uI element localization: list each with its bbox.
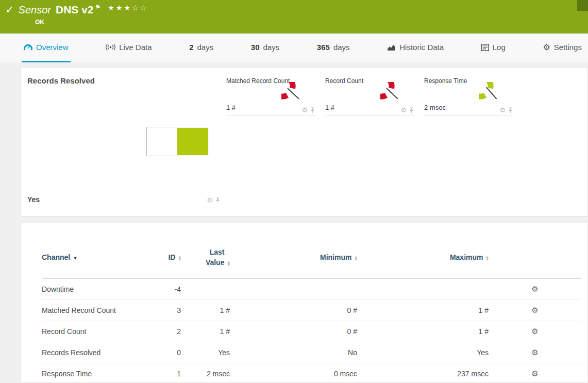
col-header-maximum[interactable]: Maximum▴▾ <box>357 239 489 278</box>
channel-maximum <box>357 278 489 299</box>
col-label-last-value: Last Value <box>197 247 224 268</box>
channel-id: 3 <box>150 299 181 321</box>
corner-marker <box>577 0 588 11</box>
pin-icon[interactable] <box>215 197 220 204</box>
tab-bar: Overview Live Data 2 days 30 days 365 da… <box>0 34 588 62</box>
pin-icon[interactable] <box>310 107 315 113</box>
primary-channel-title: Records Resolved <box>27 76 95 85</box>
channel-minimum: 0 # <box>230 299 357 321</box>
tab-log[interactable]: Log <box>479 34 508 62</box>
flag-icon: ⚑ <box>95 4 101 11</box>
chart-icon <box>387 44 396 51</box>
tab-strong-label: 2 <box>189 43 193 52</box>
gauge-card: Response Time 2 msec ⚙ <box>424 77 513 116</box>
channels-table-body: Downtime -4 ⚙ Matched Record Count 3 1 #… <box>42 278 581 383</box>
col-label-id: ID <box>168 253 175 261</box>
col-label-channel: Channel <box>42 253 70 261</box>
gear-icon[interactable]: ⚙ <box>301 107 308 113</box>
pin-icon[interactable] <box>409 107 414 113</box>
channel-name[interactable]: Records Resolved <box>42 342 150 363</box>
channel-name[interactable]: Response Time <box>42 363 150 383</box>
tab-strong-label: 365 <box>317 43 330 52</box>
tab-label: days <box>263 43 280 52</box>
overview-panel: Records Resolved Yes ⚙ Matched Record Co… <box>21 67 588 217</box>
channel-minimum: 0 # <box>230 321 357 342</box>
tab-strong-label: 30 <box>251 43 260 52</box>
live-icon <box>106 43 115 51</box>
gear-icon[interactable]: ⚙ <box>531 306 538 314</box>
sort-icon[interactable]: ▴▾ <box>178 256 181 261</box>
channel-maximum: 1 # <box>357 321 489 342</box>
channel-maximum: 237 msec <box>357 363 489 383</box>
sensor-header: ✓ Sensor DNS v2 ⚑ ★★★☆☆ OK <box>0 0 588 34</box>
col-header-id[interactable]: ID▴▾ <box>150 239 181 278</box>
col-label-maximum: Maximum <box>450 253 483 261</box>
gauge-card-actions: ⚙ <box>400 107 414 113</box>
gear-icon[interactable]: ⚙ <box>531 369 538 378</box>
channel-row: Matched Record Count 3 1 # 0 # 1 # ⚙ <box>42 299 581 321</box>
gear-icon[interactable]: ⚙ <box>531 327 538 336</box>
tab-label: Log <box>493 43 506 52</box>
sort-icon[interactable]: ▴▾ <box>227 261 230 266</box>
channel-minimum <box>230 278 357 299</box>
gear-icon[interactable]: ⚙ <box>531 348 538 357</box>
col-header-last-value[interactable]: Last Value▴▾ <box>181 239 230 278</box>
channel-row: Downtime -4 ⚙ <box>42 278 581 299</box>
sorted-desc-icon: ▾ <box>74 255 77 261</box>
channel-minimum: 0 msec <box>230 363 357 383</box>
gear-icon[interactable]: ⚙ <box>531 285 538 293</box>
priority-stars[interactable]: ★★★☆☆ <box>108 4 148 12</box>
channel-last-value: 2 msec <box>181 363 230 383</box>
channel-id: 0 <box>150 342 181 363</box>
tab-label: days <box>197 43 214 52</box>
sensor-status-badge: OK <box>35 19 588 26</box>
primary-channel-value: Yes <box>27 195 40 204</box>
gauge-card-actions: ⚙ <box>301 107 315 113</box>
gear-icon[interactable]: ⚙ <box>499 107 506 113</box>
gauge-card: Record Count 1 # ⚙ <box>325 77 414 116</box>
tab-label: Settings <box>554 43 582 52</box>
channel-minimum: No <box>230 342 357 363</box>
primary-channel-footer: Yes ⚙ <box>27 195 220 208</box>
channel-id: 1 <box>150 363 181 383</box>
channel-maximum: 1 # <box>357 299 489 321</box>
col-label-minimum: Minimum <box>320 253 351 261</box>
log-icon <box>481 44 489 51</box>
sensor-type-label: Sensor <box>19 4 51 16</box>
boolean-indicator-fill <box>177 128 208 155</box>
tab-historic-data[interactable]: Historic Data <box>385 34 446 62</box>
sort-icon[interactable]: ▴▾ <box>486 256 489 261</box>
channel-id: -4 <box>150 278 181 299</box>
tab-365-days[interactable]: 365 days <box>315 34 352 62</box>
tab-settings[interactable]: ⚙ Settings <box>541 34 584 62</box>
channel-name[interactable]: Matched Record Count <box>42 299 150 321</box>
gauge-value: 1 # <box>325 104 334 111</box>
channel-last-value: 1 # <box>181 299 230 321</box>
gauge-group: Matched Record Count 1 # ⚙ Record Count … <box>226 77 523 116</box>
pin-icon[interactable] <box>508 107 513 113</box>
channel-row: Response Time 1 2 msec 0 msec 237 msec ⚙ <box>42 363 581 383</box>
channels-panel: Channel▾ ID▴▾ Last Value▴▾ Minimum▴▾ Max… <box>21 223 588 383</box>
tab-label: Historic Data <box>399 43 444 52</box>
gauge-card: Matched Record Count 1 # ⚙ <box>226 77 315 116</box>
sort-icon[interactable]: ▴▾ <box>355 256 357 261</box>
gear-icon[interactable]: ⚙ <box>400 107 407 113</box>
boolean-indicator <box>146 127 209 156</box>
channel-last-value: 1 # <box>181 321 230 342</box>
channel-id: 2 <box>150 321 181 342</box>
gauge-value: 2 msec <box>424 104 446 111</box>
channel-name[interactable]: Downtime <box>42 278 150 299</box>
tab-overview[interactable]: Overview <box>22 34 71 62</box>
gauge-card-actions: ⚙ <box>499 107 513 113</box>
tab-2-days[interactable]: 2 days <box>187 34 215 62</box>
col-header-channel[interactable]: Channel▾ <box>42 239 150 278</box>
col-header-minimum[interactable]: Minimum▴▾ <box>230 239 357 278</box>
channel-name[interactable]: Record Count <box>42 321 150 342</box>
sensor-name: DNS v2 <box>56 4 94 16</box>
table-header-row: Channel▾ ID▴▾ Last Value▴▾ Minimum▴▾ Max… <box>42 239 581 278</box>
gauge-icon <box>24 43 32 51</box>
channel-row: Records Resolved 0 Yes No Yes ⚙ <box>42 342 581 363</box>
tab-live-data[interactable]: Live Data <box>104 34 154 62</box>
gear-icon[interactable]: ⚙ <box>207 197 213 204</box>
tab-30-days[interactable]: 30 days <box>249 34 281 62</box>
